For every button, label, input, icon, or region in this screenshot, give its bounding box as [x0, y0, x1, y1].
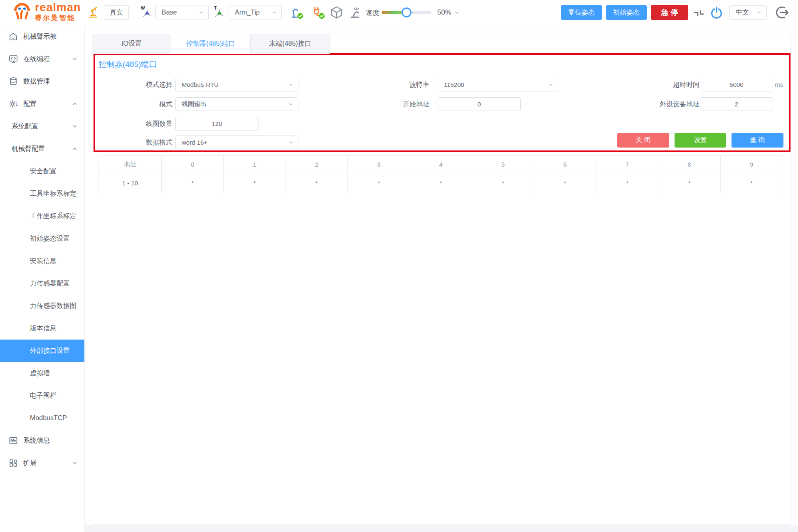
page-bottom-strip — [85, 525, 798, 532]
brand-logo: realman 睿尔曼智能 — [12, 2, 81, 21]
row-range-cell: 1 - 10 — [99, 173, 162, 193]
timeout-label: 超时时间 — [608, 78, 699, 91]
value-cell: * — [658, 173, 720, 193]
tab-bar: IO设置 控制器(485)端口 末端(485)接口 — [92, 34, 330, 54]
io-connected-icon[interactable] — [311, 5, 326, 20]
timeout-input[interactable]: 5000 — [700, 78, 773, 91]
online-programming-icon — [8, 54, 18, 64]
value-cell: * — [721, 173, 783, 193]
sidebar-item-data-management[interactable]: 数据管理 — [0, 70, 84, 93]
value-cell: * — [224, 173, 286, 193]
table-row: 1 - 10 * * * * * * * * * * — [99, 173, 783, 193]
speed-label: 速度 — [366, 9, 379, 17]
sidebar-item-force-sensor-chart[interactable]: 力传感器数据图 — [0, 295, 84, 317]
arm-connected-icon[interactable] — [289, 5, 304, 20]
table-header-row: 地址 0 1 2 3 4 5 6 7 8 9 — [99, 156, 783, 173]
power-icon[interactable] — [709, 5, 724, 20]
data-format-select[interactable]: word 16+ — [175, 135, 298, 149]
column-header: 9 — [721, 156, 783, 173]
sidebar-item-external-interface-settings[interactable]: 外部接口设置 — [0, 340, 84, 362]
joint-connector-icon[interactable] — [692, 6, 707, 21]
sidebar-item-extensions[interactable]: 扩展 — [0, 452, 84, 474]
sidebar-item-system-config[interactable]: 系统配置 — [0, 115, 84, 138]
column-header: 6 — [534, 156, 596, 173]
sidebar-item-install-info[interactable]: 安装信息 — [0, 250, 84, 272]
speed-value[interactable]: 50% — [437, 8, 460, 17]
chevron-down-icon — [271, 10, 277, 15]
chevron-up-icon — [72, 146, 78, 152]
chevron-down-icon — [72, 56, 78, 62]
value-cell: * — [162, 173, 224, 193]
baud-rate-label: 波特率 — [338, 78, 429, 91]
sidebar-item-safety-config[interactable]: 安全配置 — [0, 160, 84, 182]
sidebar-item-initial-pose-settings[interactable]: 初始姿态设置 — [0, 227, 84, 250]
sidebar-item-config[interactable]: 配置 — [0, 93, 84, 115]
chevron-down-icon — [288, 101, 294, 107]
frame-select[interactable]: Base — [155, 5, 209, 20]
chevron-down-icon — [454, 10, 460, 15]
brand-name-cn: 睿尔曼智能 — [35, 15, 81, 21]
zero-pose-button[interactable]: 零位姿态 — [561, 5, 602, 20]
sidebar-item-robot-teach[interactable]: 机械臂示教 — [0, 25, 84, 48]
world-frame-axis-icon: W — [140, 5, 155, 20]
value-cell: * — [596, 173, 658, 193]
chevron-down-icon — [72, 123, 78, 129]
database-icon — [8, 76, 18, 86]
speed-slider-handle[interactable] — [401, 7, 411, 17]
value-cell: * — [472, 173, 534, 193]
collision-detect-icon[interactable] — [347, 5, 362, 20]
close-button[interactable]: 关 闭 — [617, 133, 669, 148]
baud-rate-select[interactable]: 115200 — [438, 78, 558, 91]
mode-output-select[interactable]: 线圈输出 — [175, 97, 298, 111]
sidebar-item-electronic-fence[interactable]: 电子围栏 — [0, 384, 84, 407]
extensions-icon — [8, 458, 18, 468]
tab-controller-485-port[interactable]: 控制器(485)端口 — [171, 34, 251, 54]
initial-pose-button[interactable]: 初始姿态 — [606, 5, 647, 20]
gear-icon — [8, 99, 18, 109]
start-address-input[interactable]: 0 — [438, 97, 521, 111]
sidebar-item-force-sensor-config[interactable]: 力传感器配置 — [0, 272, 84, 295]
speed-slider[interactable] — [382, 11, 431, 14]
value-cell: * — [410, 173, 472, 193]
sidebar-item-work-frame-calibration[interactable]: 工作坐标系标定 — [0, 205, 84, 227]
cube-3d-icon[interactable] — [329, 5, 344, 20]
chevron-down-icon — [72, 460, 78, 466]
brand-name: realman — [35, 2, 81, 13]
sidebar-nav: 机械臂示教 在线编程 数据管理 — [0, 25, 85, 532]
value-cell: * — [534, 173, 596, 193]
mode-label: 模式 — [81, 97, 172, 111]
teach-pendant-icon[interactable] — [86, 5, 101, 20]
language-select[interactable]: 中文 — [729, 5, 767, 20]
column-header: 7 — [596, 156, 658, 173]
tab-end-485-interface[interactable]: 末端(485)接口 — [251, 34, 330, 54]
mode-select-label: 模式选择 — [81, 78, 172, 91]
sidebar-item-arm-config[interactable]: 机械臂配置 — [0, 138, 84, 160]
sidebar-item-modbus-tcp[interactable]: ModbusTCP — [0, 407, 84, 429]
column-header: 2 — [286, 156, 348, 173]
sidebar-item-online-programming[interactable]: 在线编程 — [0, 48, 84, 70]
register-table: 地址 0 1 2 3 4 5 6 7 8 9 1 - 10 * * * * * … — [99, 155, 783, 193]
device-address-input[interactable]: 2 — [700, 97, 773, 111]
chevron-down-icon — [756, 10, 762, 15]
timeout-unit: ms — [775, 78, 783, 91]
column-header-address: 地址 — [99, 156, 162, 173]
coil-count-input[interactable]: 120 — [175, 117, 259, 131]
sidebar-item-tool-frame-calibration[interactable]: 工具坐标系标定 — [0, 182, 84, 205]
home-icon — [8, 32, 18, 42]
query-button[interactable]: 查 询 — [732, 133, 783, 148]
logout-icon[interactable] — [775, 5, 790, 20]
set-button[interactable]: 设置 — [675, 133, 726, 148]
top-bar: realman 睿尔曼智能 真实 W Base — [0, 0, 798, 25]
value-cell: * — [348, 173, 410, 193]
sidebar-item-version-info[interactable]: 版本信息 — [0, 317, 84, 340]
tab-io-settings[interactable]: IO设置 — [92, 34, 171, 54]
emergency-stop-button[interactable]: 急 停 — [651, 5, 688, 20]
mode-select[interactable]: Modbus-RTU — [175, 78, 298, 91]
device-address-label: 外设设备地址 — [608, 97, 699, 111]
svg-text:W: W — [141, 6, 145, 10]
sidebar-item-virtual-wall[interactable]: 虚拟墙 — [0, 362, 84, 384]
system-info-icon — [8, 436, 18, 446]
sidebar-item-system-info[interactable]: 系统信息 — [0, 429, 84, 452]
tool-select[interactable]: Arm_Tip — [229, 5, 282, 20]
real-mode-button[interactable]: 真实 — [104, 5, 129, 20]
